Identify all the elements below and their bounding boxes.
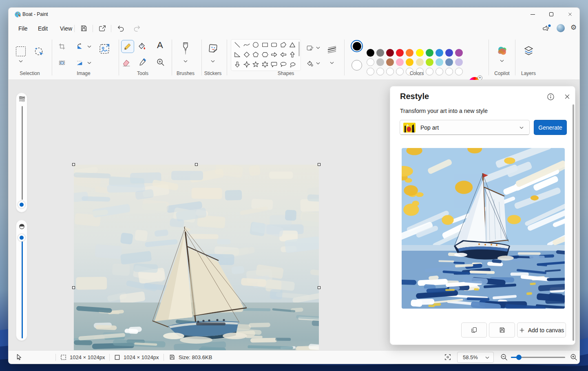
palette-color-#3f48cc[interactable] [445, 49, 453, 57]
menu-file[interactable]: File [14, 24, 32, 33]
palette-empty-slot[interactable] [445, 68, 453, 75]
save-icon [499, 327, 506, 333]
style-thumbnail [403, 123, 416, 132]
palette-color-#ffaec9[interactable] [396, 58, 404, 66]
palette-color-#a349a4[interactable] [455, 49, 463, 57]
palette-color-#fff200[interactable] [416, 49, 424, 57]
title-bar[interactable]: Boat - Paint [9, 8, 579, 21]
palette-color-#7092be[interactable] [445, 58, 453, 66]
minimize-button[interactable] [523, 8, 542, 21]
palette-color-#efe4b0[interactable] [416, 58, 424, 66]
menu-edit[interactable]: Edit [34, 24, 52, 33]
copilot-group-label: Copilot [494, 71, 509, 76]
toolbar: File Edit View ⚙ [9, 21, 579, 36]
file-size-icon [169, 354, 175, 360]
maximize-button[interactable] [542, 8, 561, 21]
divider [55, 354, 56, 361]
fit-to-screen-icon[interactable] [444, 353, 451, 361]
selection-handle-nw[interactable] [72, 163, 75, 166]
cursor-position-icon [15, 353, 22, 361]
canvas-size-value: 1024 × 1024px [124, 354, 159, 360]
layers-group-label: Layers [521, 71, 536, 76]
restyle-subtitle: Transform your art into a new style [400, 108, 488, 114]
redo-button[interactable] [133, 24, 141, 32]
divider [489, 40, 489, 75]
generate-button[interactable]: Generate [534, 120, 567, 135]
canvas[interactable]: Conrad S. [74, 165, 319, 364]
settings-gear-icon[interactable]: ⚙ [570, 23, 577, 32]
zoom-in-icon[interactable] [570, 353, 577, 361]
paint-window: Boat - Paint File Edit View ⚙ Selection [8, 7, 580, 364]
style-dropdown[interactable]: Pop art [400, 120, 530, 135]
palette-color-#7f7f7f[interactable] [376, 49, 384, 57]
divider [74, 25, 75, 32]
opacity-slider-track[interactable] [22, 241, 23, 338]
info-icon[interactable] [547, 93, 555, 101]
palette-empty-slot[interactable] [367, 68, 374, 75]
opacity-slider[interactable] [16, 220, 27, 341]
palette-color-#ff7f27[interactable] [406, 49, 413, 57]
desktop: { "window": { "title": "Boat - Paint" },… [0, 0, 588, 371]
palette-color-#c3c3c3[interactable] [376, 58, 384, 66]
palette-color-#880015[interactable] [386, 49, 394, 57]
zoom-level-dropdown[interactable]: 58.5% [457, 352, 494, 363]
palette-color-#2d8ae0[interactable] [435, 49, 443, 57]
palette-empty-slot[interactable] [426, 68, 433, 75]
palette-empty-slot[interactable] [396, 68, 404, 75]
zoom-out-icon[interactable] [500, 353, 508, 361]
palette-color-#99d9ea[interactable] [435, 58, 443, 66]
opacity-slider-thumb[interactable] [18, 234, 25, 241]
close-button[interactable] [561, 8, 579, 21]
palette-color-#c8bfe7[interactable] [455, 58, 463, 66]
divider [515, 40, 515, 75]
palette-empty-slot[interactable] [376, 68, 384, 75]
palette-color-#ffc90e[interactable] [406, 58, 413, 66]
size-slider-thumb[interactable] [18, 201, 25, 208]
palette-color-#b5e61d[interactable] [426, 58, 433, 66]
copilot-icon[interactable] [496, 45, 508, 57]
avatar[interactable] [557, 24, 565, 32]
panel-scrollbar[interactable] [573, 104, 574, 341]
layers-icon[interactable] [523, 45, 534, 56]
palette-color-#b97a57[interactable] [386, 58, 394, 66]
selection-size-icon [60, 354, 66, 360]
size-slider-track[interactable] [22, 106, 23, 200]
selection-handle-w[interactable] [72, 286, 75, 289]
save-result-button[interactable] [489, 322, 515, 338]
copy-icon [471, 327, 477, 333]
restyled-image-preview [402, 148, 565, 309]
size-slider[interactable] [16, 93, 27, 212]
save-button[interactable] [80, 24, 88, 32]
palette-empty-slot[interactable] [455, 68, 463, 75]
feedback-button[interactable] [542, 24, 551, 33]
close-panel-icon[interactable] [564, 93, 570, 100]
palette-empty-slot[interactable] [435, 68, 443, 75]
selection-handle-n[interactable] [195, 163, 198, 166]
selection-handle-ne[interactable] [318, 163, 321, 166]
copy-result-button[interactable] [461, 322, 487, 338]
minimize-icon [531, 14, 535, 15]
add-to-canvas-button[interactable]: Add to canvas [517, 322, 566, 338]
restyle-title: Restyle [400, 92, 429, 101]
zoom-slider-thumb[interactable] [516, 355, 522, 360]
undo-button[interactable] [117, 24, 124, 32]
restyle-panel: Restyle Transform your art into a new st… [390, 86, 575, 345]
palette-color-#000000[interactable] [367, 49, 374, 57]
palette-color-#ed1c24[interactable] [396, 49, 404, 57]
maximize-icon [549, 12, 553, 16]
chevron-down-icon[interactable] [500, 60, 504, 62]
ribbon: Selection Image A Tools Brushes Stickers [9, 36, 579, 80]
status-bar: 1024 × 1024px 1024 × 1024px Size: 803.6K… [9, 350, 579, 364]
close-icon [568, 12, 573, 17]
divider [109, 354, 110, 361]
palette-color-#22b14c[interactable] [426, 49, 433, 57]
menu-view[interactable]: View [56, 24, 76, 33]
colors-group-label: Colors [410, 71, 424, 76]
selection-handle-e[interactable] [318, 286, 321, 289]
palette-color-#ffffff[interactable] [367, 58, 374, 66]
palette-empty-slot[interactable] [386, 68, 394, 75]
thickness-icon [18, 96, 26, 102]
opacity-icon [19, 223, 25, 230]
divider [93, 25, 93, 32]
share-button[interactable] [98, 24, 106, 32]
